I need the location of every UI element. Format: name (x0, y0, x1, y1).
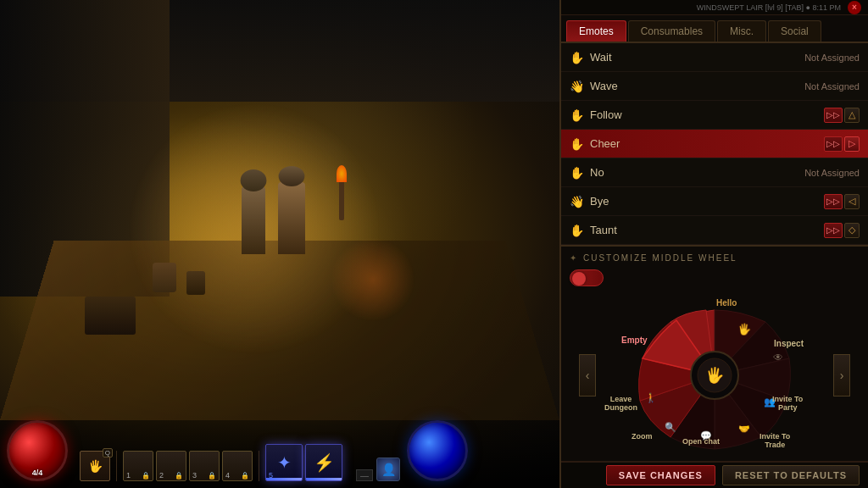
scene-light-fire (331, 237, 415, 322)
q-badge: Q (103, 448, 113, 458)
emote-icon-follow: ✋ (570, 108, 587, 122)
divider-1 (116, 451, 117, 481)
emote-binding-bye: ▷▷ ◁ (824, 194, 860, 209)
emote-row-bye[interactable]: 👋 Bye ▷▷ ◁ (561, 187, 868, 216)
taunt-symbol: ◇ (844, 223, 860, 238)
character-1-head (241, 169, 267, 191)
barrel-2 (186, 271, 205, 295)
emote-icon-no: ✋ (570, 166, 587, 180)
svg-text:🔍: 🔍 (665, 421, 676, 433)
close-button[interactable]: × (848, 1, 861, 14)
cheer-arrow-left: ▷▷ (824, 136, 843, 152)
taunt-arrow-left: ▷▷ (824, 223, 843, 238)
skill-slot-4[interactable]: 4 🔒 (222, 451, 253, 481)
emote-name-follow: Follow (587, 108, 824, 121)
character-1 (242, 186, 265, 254)
taunt-binding-badge: ▷▷ ◇ (824, 223, 860, 238)
tab-bar: Emotes Consumables Misc. Social (561, 15, 868, 43)
wheel-svg: 🖐 🖐 👁 👥 🤝 💬 🔍 🚶 (596, 295, 833, 456)
emote-name-taunt: Taunt (587, 224, 824, 236)
skill-slot-active-2[interactable]: ⚡ (305, 444, 342, 481)
divider-2 (259, 451, 259, 481)
health-orb: 4/4 (7, 420, 68, 481)
skill-bar: 🖐 Q 1 🔒 2 🔒 3 🔒 4 🔒 (80, 444, 342, 481)
svg-text:💬: 💬 (700, 430, 712, 441)
top-bar: WINDSWEPT LAIR [lvl 9] [TAB] ● 8:11 PM × (561, 0, 868, 15)
svg-text:🤝: 🤝 (738, 423, 750, 435)
skill-slot-active-1[interactable]: ✦ 5 (265, 444, 303, 481)
emote-icon-wait: ✋ (570, 51, 587, 64)
bye-arrow-left: ▷▷ (824, 194, 843, 209)
wheel-container: ‹ (561, 295, 868, 456)
follow-symbol: △ (844, 108, 860, 123)
emote-row-wave[interactable]: 👋 Wave Not Assigned (561, 72, 868, 101)
emote-name-wave: Wave (587, 80, 804, 92)
customize-section: CUSTOMIZE MIDDLE WHEEL ‹ (561, 245, 868, 463)
wheel-nav-right[interactable]: › (833, 354, 850, 396)
bye-symbol: ◁ (844, 194, 860, 209)
follow-arrow-left: ▷▷ (824, 108, 843, 123)
wheel-svg-wrap: 🖐 🖐 👁 👥 🤝 💬 🔍 🚶 (596, 295, 833, 456)
character-2 (278, 182, 305, 254)
tab-emotes[interactable]: Emotes (566, 20, 626, 42)
svg-text:🚶: 🚶 (645, 391, 657, 403)
torch-pole (339, 178, 344, 220)
minus-button[interactable]: — (356, 469, 373, 481)
emote-name-cheer: Cheer (587, 137, 824, 150)
emote-icon-wave: 👋 (570, 80, 587, 93)
tab-social[interactable]: Social (768, 20, 821, 42)
emote-row-no[interactable]: ✋ No Not Assigned (561, 158, 868, 187)
emote-binding-follow: ▷▷ △ (824, 108, 860, 123)
follow-binding-badge: ▷▷ △ (824, 108, 860, 123)
top-bar-info: WINDSWEPT LAIR [lvl 9] [TAB] ● 8:11 PM (697, 3, 841, 12)
emote-binding-cheer: ▷▷ ▷ (824, 136, 860, 152)
emote-name-bye: Bye (587, 195, 824, 208)
tab-misc[interactable]: Misc. (717, 20, 766, 42)
emote-row-taunt[interactable]: ✋ Taunt ▷▷ ◇ (561, 216, 868, 245)
tab-consumables[interactable]: Consumables (628, 20, 715, 42)
wheel-nav-left[interactable]: ‹ (579, 354, 596, 396)
avatar-icon[interactable]: 👤 (376, 458, 400, 481)
q-slot[interactable]: 🖐 Q (80, 451, 110, 481)
barrel-1 (153, 263, 176, 292)
right-panel: WINDSWEPT LAIR [lvl 9] [TAB] ● 8:11 PM ×… (559, 0, 868, 488)
hud-bottom: 4/4 🖐 Q 1 🔒 2 🔒 3 🔒 (0, 420, 559, 488)
emote-row-follow[interactable]: ✋ Follow ▷▷ △ (561, 101, 868, 130)
emote-row-wait[interactable]: ✋ Wait Not Assigned (561, 43, 868, 72)
wheel-toggle[interactable] (570, 269, 604, 286)
cheer-symbol: ▷ (844, 136, 860, 152)
customize-title: CUSTOMIZE MIDDLE WHEEL (570, 253, 860, 263)
skill-slot-3[interactable]: 3 🔒 (189, 451, 220, 481)
game-viewport: 4/4 🖐 Q 1 🔒 2 🔒 3 🔒 (0, 0, 559, 488)
health-label: 4/4 (32, 469, 43, 477)
chest-object (85, 297, 136, 335)
emote-binding-no: Not Assigned (804, 168, 860, 178)
reset-defaults-button[interactable]: RESET TO DEFAULTS (722, 465, 860, 485)
toggle-knob (572, 272, 586, 286)
panel-footer: SAVE CHANGES RESET TO DEFAULTS (561, 461, 868, 488)
emote-name-wait: Wait (587, 51, 804, 64)
emote-icon-cheer: ✋ (570, 137, 587, 151)
svg-text:🖐: 🖐 (737, 322, 752, 336)
svg-text:🖐: 🖐 (705, 366, 725, 385)
emote-row-cheer[interactable]: ✋ Cheer ▷▷ ▷ (561, 130, 868, 158)
character-2-head (279, 166, 305, 186)
emote-name-no: No (587, 166, 804, 179)
toggle-row (570, 269, 860, 286)
bye-binding-badge: ▷▷ ◁ (824, 194, 860, 209)
emote-list: ✋ Wait Not Assigned 👋 Wave Not Assigned … (561, 43, 868, 245)
mana-orb (407, 420, 468, 481)
torch-flame (337, 165, 347, 182)
skill-slot-1[interactable]: 1 🔒 (123, 451, 153, 481)
emote-icon-bye: 👋 (570, 195, 587, 208)
skill-slot-2[interactable]: 2 🔒 (156, 451, 186, 481)
svg-text:👁: 👁 (773, 352, 783, 363)
emote-icon-taunt: ✋ (570, 224, 587, 237)
save-changes-button[interactable]: SAVE CHANGES (606, 465, 715, 485)
cheer-binding-badge: ▷▷ ▷ (824, 136, 860, 152)
emote-binding-taunt: ▷▷ ◇ (824, 223, 860, 238)
emote-binding-wave: Not Assigned (804, 81, 860, 92)
emote-binding-wait: Not Assigned (804, 53, 860, 63)
svg-text:👥: 👥 (764, 396, 776, 408)
